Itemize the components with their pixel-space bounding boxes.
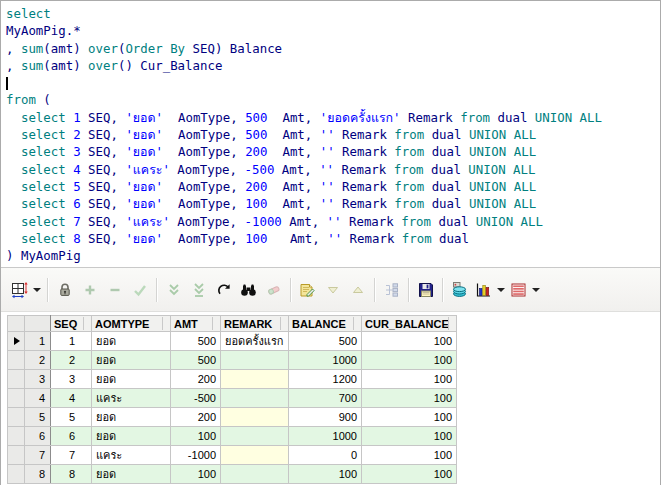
row-indicator-cell[interactable]: [8, 370, 25, 389]
grid-cell-seq[interactable]: 4: [51, 389, 92, 408]
grid-cell-aomtype[interactable]: แคระ: [92, 446, 171, 465]
grid-cell-cur_balance[interactable]: 100: [362, 332, 457, 351]
grid-cell-remark[interactable]: [221, 465, 289, 484]
grid-cell-seq[interactable]: 6: [51, 427, 92, 446]
grid-cell-aomtype[interactable]: แคระ: [92, 389, 171, 408]
grid-cell-balance[interactable]: 900: [289, 408, 362, 427]
grid-cell-seq[interactable]: 2: [51, 351, 92, 370]
code-line: select 3 SEQ, 'ยอด' AomType, 200 Amt, ''…: [6, 143, 658, 160]
grid-cell-balance[interactable]: 1000: [289, 351, 362, 370]
row-number-cell[interactable]: 4: [25, 389, 51, 408]
grid-cell-amt[interactable]: 100: [171, 427, 221, 446]
grid-cell-remark[interactable]: [221, 427, 289, 446]
grid-cell-remark[interactable]: [221, 351, 289, 370]
table-row: 33ยอด2001200100: [8, 370, 457, 389]
dropdown-arrow-icon[interactable]: [532, 288, 540, 292]
grid-cell-cur_balance[interactable]: 100: [362, 465, 457, 484]
chart-button[interactable]: [472, 276, 507, 304]
row-indicator-cell[interactable]: [8, 465, 25, 484]
column-header-remark[interactable]: REMARK: [221, 316, 289, 332]
triangle-up-icon: [348, 280, 367, 299]
eraser-icon: [264, 280, 283, 299]
grid-cell-balance[interactable]: 0: [289, 446, 362, 465]
dropdown-arrow-icon[interactable]: [33, 288, 41, 292]
row-indicator-cell[interactable]: [8, 408, 25, 427]
grid-cell-cur_balance[interactable]: 100: [362, 427, 457, 446]
column-header-balance[interactable]: BALANCE: [289, 316, 362, 332]
text-caret: [6, 77, 8, 90]
lock-button[interactable]: [52, 276, 77, 304]
grid-cell-balance[interactable]: 500: [289, 332, 362, 351]
grid-cell-cur_balance[interactable]: 100: [362, 351, 457, 370]
grid-cell-amt[interactable]: 200: [171, 370, 221, 389]
column-header-aomtype[interactable]: AOMTYPE: [92, 316, 171, 332]
grid-cell-amt[interactable]: 500: [171, 351, 221, 370]
grid-cell-aomtype[interactable]: ยอด: [92, 351, 171, 370]
column-header-cur_balance[interactable]: CUR_BALANCE: [362, 316, 457, 332]
grid-cell-seq[interactable]: 1: [51, 332, 92, 351]
grid-cell-aomtype[interactable]: ยอด: [92, 332, 171, 351]
minus-icon: [105, 280, 124, 299]
row-number-cell[interactable]: 6: [25, 427, 51, 446]
grid-cell-aomtype[interactable]: ยอด: [92, 465, 171, 484]
grid-cell-remark[interactable]: ยอดครั้งแรก: [221, 332, 289, 351]
chart-icon: [474, 280, 493, 299]
row-number-cell[interactable]: 7: [25, 446, 51, 465]
grid-cell-amt[interactable]: -500: [171, 389, 221, 408]
row-number-cell[interactable]: 3: [25, 370, 51, 389]
table-row: 44แคระ-500700100: [8, 389, 457, 408]
grid-cell-amt[interactable]: -1000: [171, 446, 221, 465]
save-button[interactable]: [413, 276, 438, 304]
row-indicator-cell[interactable]: [8, 427, 25, 446]
grid-cell-seq[interactable]: 7: [51, 446, 92, 465]
row-indicator-cell[interactable]: [8, 351, 25, 370]
row-number-cell[interactable]: 5: [25, 408, 51, 427]
grid-cell-cur_balance[interactable]: 100: [362, 370, 457, 389]
refresh-button[interactable]: [211, 276, 236, 304]
dropdown-arrow-icon[interactable]: [497, 288, 505, 292]
row-number-cell[interactable]: 8: [25, 465, 51, 484]
row-indicator-cell[interactable]: [8, 446, 25, 465]
grid-cell-amt[interactable]: 200: [171, 408, 221, 427]
tree-icon: [382, 280, 401, 299]
grid-cell-cur_balance[interactable]: 100: [362, 408, 457, 427]
column-header-seq[interactable]: SEQ: [51, 316, 92, 332]
column-header-amt[interactable]: AMT: [171, 316, 221, 332]
grid-cell-aomtype[interactable]: ยอด: [92, 427, 171, 446]
grid-cell-amt[interactable]: 100: [171, 465, 221, 484]
dataset-button[interactable]: [447, 276, 472, 304]
grid-cell-balance[interactable]: 100: [289, 465, 362, 484]
row-number-cell[interactable]: 1: [25, 332, 51, 351]
row-indicator-cell[interactable]: [8, 389, 25, 408]
row-number-cell[interactable]: 2: [25, 351, 51, 370]
grid-cell-balance[interactable]: 700: [289, 389, 362, 408]
code-line: ) MyAomPig: [6, 247, 658, 264]
grid-cell-seq[interactable]: 3: [51, 370, 92, 389]
find-button[interactable]: [236, 276, 261, 304]
grid-cell-remark[interactable]: [221, 370, 289, 389]
grid-cell-balance[interactable]: 1000: [289, 427, 362, 446]
grid-cell-amt[interactable]: 500: [171, 332, 221, 351]
grid-cell-cur_balance[interactable]: 100: [362, 389, 457, 408]
row-indicator-cell[interactable]: [8, 332, 25, 351]
table-row: 66ยอด1001000100: [8, 427, 457, 446]
export-data-button[interactable]: [295, 276, 320, 304]
save-icon: [416, 280, 435, 299]
grid-cell-balance[interactable]: 1200: [289, 370, 362, 389]
grid-options-button[interactable]: [8, 276, 43, 304]
grid-cell-remark[interactable]: [221, 446, 289, 465]
sql-editor[interactable]: selectMyAomPig.*, sum(amt) over(Order By…: [1, 1, 660, 268]
row-number-header: [25, 316, 51, 332]
code-line: from (: [6, 91, 658, 108]
table-row: 22ยอด5001000100: [8, 351, 457, 370]
grid-cell-cur_balance[interactable]: 100: [362, 446, 457, 465]
grid-cell-seq[interactable]: 5: [51, 408, 92, 427]
pivot-grid-button[interactable]: [507, 276, 542, 304]
code-line: , sum(amt) over(Order By SEQ) Balance: [6, 40, 658, 57]
grid-cell-seq[interactable]: 8: [51, 465, 92, 484]
grid-cell-aomtype[interactable]: ยอด: [92, 370, 171, 389]
grid-cell-aomtype[interactable]: ยอด: [92, 408, 171, 427]
grid-cell-remark[interactable]: [221, 408, 289, 427]
grid-cell-remark[interactable]: [221, 389, 289, 408]
grid-icon: [10, 280, 29, 299]
